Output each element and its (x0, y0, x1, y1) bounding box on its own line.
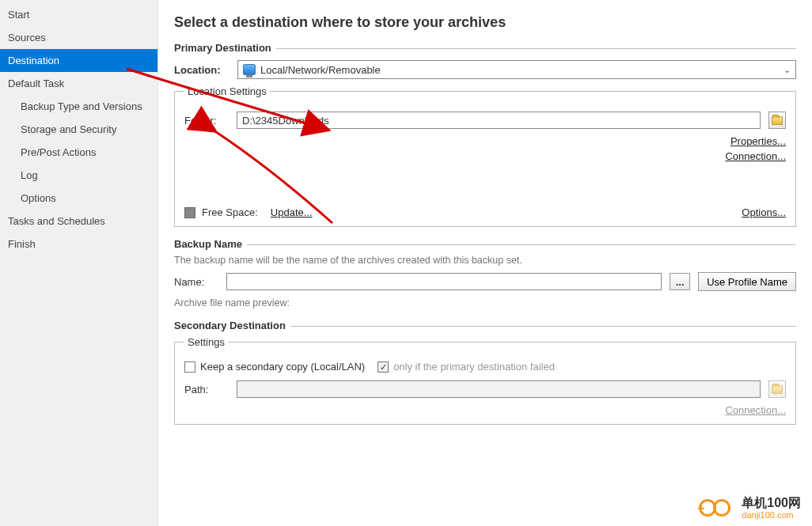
folder-input[interactable]: D:\2345Downloads (237, 112, 761, 129)
sidebar-item-storage-security[interactable]: Storage and Security (0, 118, 157, 141)
sidebar-item-finish[interactable]: Finish (0, 233, 157, 255)
main-panel: Select a destination where to store your… (158, 0, 812, 526)
sidebar-item-start[interactable]: Start (0, 3, 157, 26)
archive-preview-label: Archive file name preview: (174, 297, 796, 308)
name-input[interactable] (226, 273, 662, 290)
watermark: + 单机100网 danji100.com (699, 496, 801, 520)
only-if-label: only if the primary destination failed (393, 361, 555, 373)
sidebar-item-destination[interactable]: Destination (0, 49, 157, 72)
sidebar-item-backup-type[interactable]: Backup Type and Versions (0, 95, 157, 118)
location-dropdown[interactable]: Local/Network/Removable ⌄ (237, 60, 796, 79)
path-label: Path: (184, 384, 229, 395)
stop-icon (184, 207, 195, 218)
sidebar: Start Sources Destination Default Task B… (0, 0, 158, 526)
sidebar-item-sources[interactable]: Sources (0, 26, 157, 49)
update-link[interactable]: Update... (271, 206, 313, 218)
sidebar-item-options[interactable]: Options (0, 187, 157, 210)
backup-desc: The backup name will be the name of the … (174, 255, 796, 266)
keep-copy-label: Keep a secondary copy (Local/LAN) (200, 361, 365, 373)
location-label: Location: (174, 64, 230, 76)
page-title: Select a destination where to store your… (174, 14, 796, 31)
secondary-heading: Secondary Destination (174, 320, 796, 331)
folder-icon (772, 385, 783, 394)
folder-label: Folder: (184, 115, 229, 127)
backup-heading: Backup Name (174, 238, 796, 250)
properties-link[interactable]: Properties... (730, 135, 786, 147)
secondary-settings-box: Settings Keep a secondary copy (Local/LA… (174, 336, 796, 425)
browse-folder-button[interactable] (768, 112, 786, 129)
browse-path-button (768, 380, 786, 398)
connection-link[interactable]: Connection... (725, 150, 786, 162)
sidebar-item-default-task[interactable]: Default Task (0, 72, 157, 95)
sidebar-item-log[interactable]: Log (0, 164, 157, 187)
chevron-down-icon: ⌄ (784, 65, 791, 75)
monitor-icon (243, 64, 256, 75)
watermark-main: 单机100网 (742, 496, 801, 510)
folder-icon (772, 116, 783, 125)
location-settings-box: Location Settings Folder: D:\2345Downloa… (174, 85, 796, 227)
secondary-connection-link: Connection... (725, 404, 786, 416)
location-settings-legend: Location Settings (184, 85, 270, 97)
primary-heading: Primary Destination (174, 42, 796, 54)
watermark-logo-icon: + (699, 496, 737, 520)
sidebar-item-prepost[interactable]: Pre/Post Actions (0, 141, 157, 164)
sidebar-item-tasks-schedules[interactable]: Tasks and Schedules (0, 210, 157, 233)
secondary-settings-legend: Settings (184, 336, 228, 348)
only-if-checkbox (378, 361, 389, 373)
name-label: Name: (174, 276, 218, 288)
options-link[interactable]: Options... (742, 206, 786, 218)
name-browse-button[interactable]: ... (670, 273, 690, 290)
use-profile-name-button[interactable]: Use Profile Name (698, 272, 796, 291)
location-value: Local/Network/Removable (260, 64, 381, 76)
keep-copy-checkbox[interactable] (184, 361, 195, 373)
watermark-sub: danji100.com (742, 510, 801, 520)
path-input (237, 380, 761, 398)
free-space-label: Free Space: (202, 206, 258, 218)
